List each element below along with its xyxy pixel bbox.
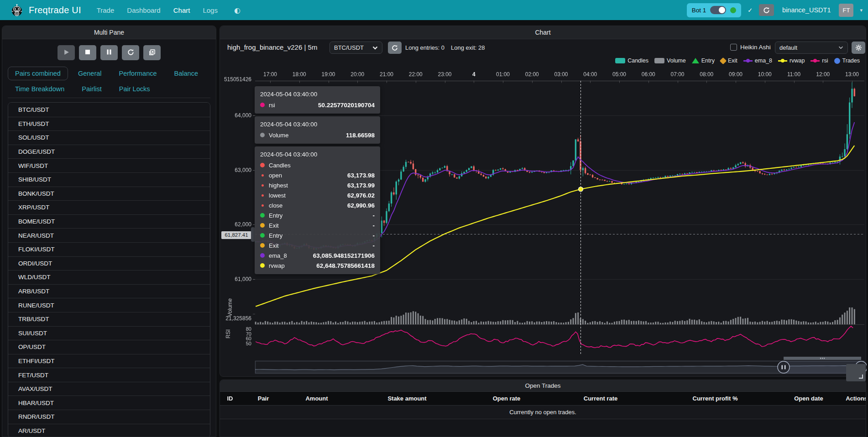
refresh-chart-button[interactable] bbox=[388, 42, 402, 54]
pair-row-btc-usdt[interactable]: BTC/USDT bbox=[8, 103, 210, 117]
series-dot-icon bbox=[260, 243, 265, 248]
time-tick-01:00: 01:00 bbox=[496, 72, 510, 78]
legend-item-rsi[interactable]: rsi bbox=[810, 57, 828, 64]
strategy-timeframe-label: high_frog_binance_v226 | 5m bbox=[227, 43, 317, 51]
stop-button[interactable] bbox=[79, 45, 96, 60]
tab-pairs-combined[interactable]: Pairs combined bbox=[8, 67, 68, 80]
bot-online-dot bbox=[730, 7, 736, 13]
time-tick-20:00: 20:00 bbox=[350, 72, 364, 78]
tab-pairlist[interactable]: Pairlist bbox=[74, 82, 109, 96]
pair-row-sui-usdt[interactable]: SUI/USDT bbox=[8, 326, 210, 340]
pair-row-doge-usdt[interactable]: DOGE/USDT bbox=[8, 145, 210, 159]
tab-general[interactable]: General bbox=[71, 67, 109, 80]
pair-row-ar-usdt[interactable]: AR/USDT bbox=[8, 424, 210, 437]
tooltip-value: 118.66598 bbox=[346, 132, 375, 139]
long-exit-count: Long exit: 28 bbox=[451, 44, 485, 51]
pair-row-ethfi-usdt[interactable]: ETHFI/USDT bbox=[8, 354, 210, 368]
plot-config-value: default bbox=[779, 44, 797, 51]
tab-pair-locks[interactable]: Pair Locks bbox=[112, 82, 157, 96]
reload-data-button[interactable] bbox=[759, 4, 774, 16]
pair-row-eth-usdt[interactable]: ETH/USDT bbox=[8, 117, 210, 131]
column-header-id: ID bbox=[227, 392, 233, 406]
volume-axis-label: 21,325856 bbox=[221, 315, 251, 322]
long-entries-count: Long entries: 0 bbox=[405, 44, 444, 51]
legend-item-entry[interactable]: Entry bbox=[692, 57, 715, 64]
pair-row-fet-usdt[interactable]: FET/USDT bbox=[8, 368, 210, 382]
legend-item-rvwap[interactable]: rvwap bbox=[778, 57, 805, 64]
pair-row-xrp-usdt[interactable]: XRP/USDT bbox=[8, 200, 210, 214]
legend-item-exit[interactable]: Exit bbox=[721, 57, 737, 64]
pair-select[interactable]: BTC/USDT bbox=[329, 42, 382, 54]
pair-row-wld-usdt[interactable]: WLD/USDT bbox=[8, 270, 210, 284]
pair-row-arb-usdt[interactable]: ARB/USDT bbox=[8, 284, 210, 298]
chevron-down-icon bbox=[372, 46, 378, 50]
navbar-right: Bot 1 ✓ binance_USDT1 FT ▾ bbox=[687, 3, 863, 17]
open-trades-header-row: IDPairAmountStake amountOpen rateCurrent… bbox=[220, 392, 866, 406]
tooltip-row-rvwap: rvwap62,648.75785661418 bbox=[260, 260, 375, 271]
tab-performance[interactable]: Performance bbox=[112, 67, 164, 80]
pair-row-rndr-usdt[interactable]: RNDR/USDT bbox=[8, 410, 210, 424]
heikin-ashi-checkbox[interactable] bbox=[730, 44, 737, 51]
legend-item-trades[interactable]: Trades bbox=[834, 57, 860, 64]
user-menu-caret-icon[interactable]: ▾ bbox=[860, 7, 863, 13]
clear-log-icon bbox=[149, 49, 156, 57]
nav-link-dashboard[interactable]: Dashboard bbox=[127, 6, 160, 14]
pause-button[interactable] bbox=[100, 45, 118, 60]
legend-item-candles[interactable]: Candles bbox=[615, 57, 648, 64]
tooltip-section-1: 2024-05-04 03:40:00Volume118.66598 bbox=[255, 116, 380, 144]
app: Freqtrade UI TradeDashboardChartLogs ◐ B… bbox=[0, 0, 868, 437]
pair-row-trb-usdt[interactable]: TRB/USDT bbox=[8, 312, 210, 326]
series-dot-icon bbox=[261, 194, 264, 197]
theme-toggle-icon[interactable]: ◐ bbox=[234, 6, 241, 15]
tooltip-row-close: close62,990.96 bbox=[260, 200, 375, 210]
tooltip-date: 2024-05-04 03:40:00 bbox=[260, 150, 375, 160]
app-title[interactable]: Freqtrade UI bbox=[29, 5, 81, 16]
tab-time-breakdown[interactable]: Time Breakdown bbox=[8, 82, 72, 96]
clear-log-button[interactable] bbox=[143, 45, 161, 60]
tab-balance[interactable]: Balance bbox=[167, 67, 205, 80]
pair-row-ordi-usdt[interactable]: ORDI/USDT bbox=[8, 256, 210, 271]
nav-link-chart[interactable]: Chart bbox=[173, 6, 190, 14]
time-tick-07:00: 07:00 bbox=[670, 72, 684, 78]
series-dot-icon bbox=[261, 204, 264, 207]
pair-row-floki-usdt[interactable]: FLOKI/USDT bbox=[8, 242, 210, 256]
nav-link-trade[interactable]: Trade bbox=[97, 6, 115, 14]
price-tick-63000: 63,000 bbox=[221, 167, 251, 173]
tooltip-label: lowest bbox=[269, 192, 286, 199]
pair-row-bonk-usdt[interactable]: BONK/USDT bbox=[8, 187, 210, 201]
legend-swatch-trades bbox=[834, 58, 840, 64]
tooltip-value: 63,173.98 bbox=[347, 172, 375, 179]
legend-item-ema_8[interactable]: ema_8 bbox=[743, 57, 772, 64]
user-avatar[interactable]: FT bbox=[839, 4, 853, 17]
nav-link-logs[interactable]: Logs bbox=[203, 6, 218, 14]
plot-settings-button[interactable] bbox=[852, 42, 865, 54]
pair-row-op-usdt[interactable]: OP/USDT bbox=[8, 340, 210, 354]
legend-item-volume[interactable]: Volume bbox=[654, 57, 686, 64]
account-name: binance_USDT1 bbox=[782, 6, 831, 14]
refresh-icon bbox=[392, 45, 398, 51]
time-tick-08:00: 08:00 bbox=[700, 72, 713, 78]
tooltip-row-rsi: rsi50.22577020190704 bbox=[260, 100, 375, 110]
time-tick-13:00: 13:00 bbox=[845, 72, 859, 78]
pair-row-shib-usdt[interactable]: SHIB/USDT bbox=[8, 172, 210, 187]
pair-row-avax-usdt[interactable]: AVAX/USDT bbox=[8, 382, 210, 396]
price-tick-62000: 62,000 bbox=[221, 221, 251, 228]
bot-toggle[interactable] bbox=[710, 6, 726, 14]
pair-row-hbar-usdt[interactable]: HBAR/USDT bbox=[8, 395, 210, 410]
column-header-pair: Pair bbox=[258, 392, 269, 406]
legend-label: Exit bbox=[728, 57, 737, 64]
price-tick-61000: 61,000 bbox=[221, 276, 251, 282]
refresh-button[interactable] bbox=[122, 45, 139, 60]
series-dot-icon bbox=[261, 184, 264, 187]
panel-resize-handle[interactable] bbox=[846, 364, 866, 381]
bot-selector[interactable]: Bot 1 bbox=[687, 3, 742, 17]
tooltip-label: highest bbox=[269, 182, 288, 189]
play-button[interactable] bbox=[58, 45, 75, 60]
pair-row-wif-usdt[interactable]: WIF/USDT bbox=[8, 158, 210, 172]
pair-row-rune-usdt[interactable]: RUNE/USDT bbox=[8, 298, 210, 312]
pair-row-sol-usdt[interactable]: SOL/USDT bbox=[8, 130, 210, 145]
tabs-row-1: Pairs combinedGeneralPerformanceBalance bbox=[8, 67, 210, 80]
pair-row-near-usdt[interactable]: NEAR/USDT bbox=[8, 228, 210, 242]
pair-row-bome-usdt[interactable]: BOME/USDT bbox=[8, 214, 210, 229]
plot-config-select[interactable]: default bbox=[775, 42, 848, 54]
